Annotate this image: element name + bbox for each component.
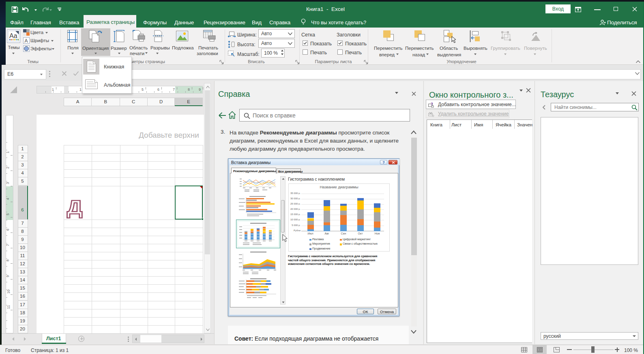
svg-text:?: ? — [431, 102, 433, 106]
svg-text:A: A — [25, 38, 28, 44]
svg-text:Aa: Aa — [9, 32, 17, 39]
